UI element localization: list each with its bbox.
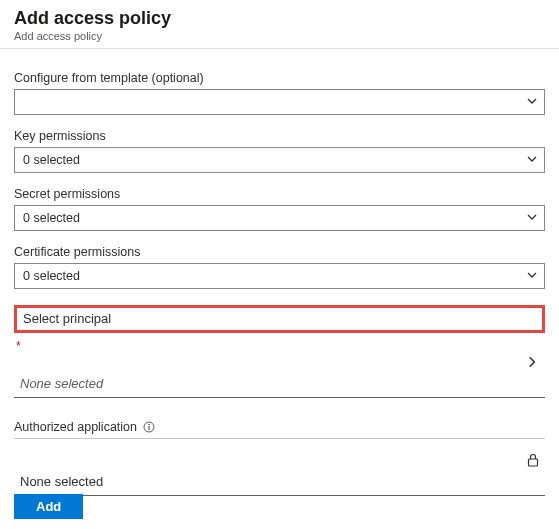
field-secret-permissions: Secret permissions 0 selected: [14, 187, 545, 231]
lock-icon: [527, 453, 539, 470]
panel-content: Configure from template (optional) Key p…: [0, 49, 559, 506]
select-key-permissions[interactable]: 0 selected: [14, 147, 545, 173]
section-title-select-principal: Select principal: [23, 311, 536, 326]
label-secret-permissions: Secret permissions: [14, 187, 545, 201]
select-principal-picker[interactable]: [14, 353, 545, 372]
authorized-application-picker: [14, 439, 545, 470]
chevron-down-icon: [526, 269, 538, 284]
label-key-permissions: Key permissions: [14, 129, 545, 143]
svg-point-1: [148, 424, 150, 426]
divider: [14, 495, 545, 496]
svg-rect-3: [529, 459, 538, 466]
page-subtitle: Add access policy: [14, 30, 545, 42]
authorized-application-value: None selected: [14, 470, 545, 495]
panel-header: Add access policy Add access policy: [0, 0, 559, 49]
chevron-down-icon: [526, 211, 538, 226]
chevron-right-icon: [525, 355, 539, 372]
page-title: Add access policy: [14, 8, 545, 29]
chevron-down-icon: [526, 153, 538, 168]
select-value: 0 selected: [23, 269, 80, 283]
select-secret-permissions[interactable]: 0 selected: [14, 205, 545, 231]
svg-rect-2: [148, 426, 149, 430]
info-icon[interactable]: [143, 421, 155, 433]
field-key-permissions: Key permissions 0 selected: [14, 129, 545, 173]
divider: [14, 397, 545, 398]
asterisk-icon: *: [16, 339, 21, 353]
field-certificate-permissions: Certificate permissions 0 selected: [14, 245, 545, 289]
select-value: 0 selected: [23, 211, 80, 225]
required-indicator: *: [14, 339, 545, 353]
label-configure-template: Configure from template (optional): [14, 71, 545, 85]
field-authorized-application: Authorized application: [14, 420, 545, 434]
panel-footer: Add: [14, 494, 83, 519]
select-certificate-permissions[interactable]: 0 selected: [14, 263, 545, 289]
field-configure-template: Configure from template (optional): [14, 71, 545, 115]
label-authorized-application: Authorized application: [14, 420, 137, 434]
chevron-down-icon: [526, 95, 538, 110]
highlight-select-principal: Select principal: [14, 305, 545, 333]
select-value: 0 selected: [23, 153, 80, 167]
select-principal-value: None selected: [14, 372, 545, 397]
add-button[interactable]: Add: [14, 494, 83, 519]
label-certificate-permissions: Certificate permissions: [14, 245, 545, 259]
select-configure-template[interactable]: [14, 89, 545, 115]
